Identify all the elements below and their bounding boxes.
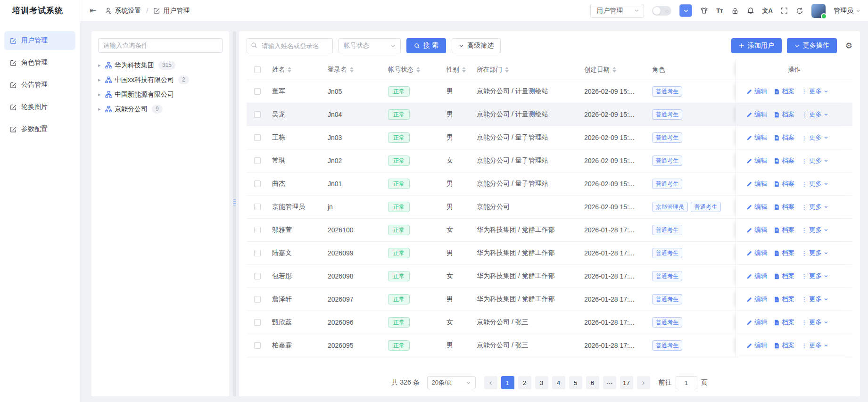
- edit-button[interactable]: 编辑: [746, 226, 767, 234]
- page-button[interactable]: 4: [552, 376, 565, 389]
- column-header[interactable]: 创建日期: [580, 66, 648, 74]
- archive-button[interactable]: 档案: [774, 110, 794, 119]
- sidebar-item[interactable]: 角色管理: [4, 53, 75, 72]
- row-checkbox[interactable]: [254, 157, 261, 164]
- archive-button[interactable]: 档案: [774, 249, 794, 257]
- collapse-sidebar-icon[interactable]: ⇤: [90, 6, 96, 16]
- org-tree-node[interactable]: ▸ 中国新能源有限公司: [98, 87, 223, 102]
- more-button[interactable]: ⋮ 更多: [801, 226, 828, 234]
- select-all-checkbox[interactable]: [254, 66, 261, 73]
- archive-button[interactable]: 档案: [774, 272, 794, 280]
- expand-caret-icon[interactable]: ▸: [98, 77, 105, 83]
- column-header[interactable]: 帐号状态: [384, 66, 443, 74]
- row-checkbox[interactable]: [254, 204, 261, 210]
- more-button[interactable]: ⋮ 更多: [801, 318, 828, 327]
- archive-button[interactable]: 档案: [774, 133, 794, 142]
- column-header[interactable]: 登录名: [324, 66, 384, 74]
- user-search-input[interactable]: [247, 38, 333, 53]
- sort-icon[interactable]: [350, 67, 354, 73]
- archive-button[interactable]: 档案: [774, 226, 794, 234]
- edit-button[interactable]: 编辑: [746, 295, 767, 304]
- archive-button[interactable]: 档案: [774, 87, 794, 96]
- sort-icon[interactable]: [462, 67, 466, 73]
- edit-button[interactable]: 编辑: [746, 203, 767, 211]
- row-checkbox[interactable]: [254, 111, 261, 118]
- dark-mode-toggle[interactable]: ☼: [652, 6, 671, 16]
- edit-button[interactable]: 编辑: [746, 341, 767, 350]
- avatar[interactable]: [811, 4, 826, 18]
- more-button[interactable]: ⋮ 更多: [801, 295, 828, 304]
- page-button[interactable]: 17: [620, 376, 633, 389]
- archive-button[interactable]: 档案: [774, 295, 794, 304]
- org-tree-node[interactable]: ▸ 中国xx科技有限公司 2: [98, 73, 223, 87]
- archive-button[interactable]: 档案: [774, 180, 794, 188]
- archive-button[interactable]: 档案: [774, 318, 794, 327]
- edit-button[interactable]: 编辑: [746, 87, 767, 96]
- more-button[interactable]: ⋮ 更多: [801, 156, 828, 165]
- theme-skin-icon[interactable]: [700, 7, 708, 15]
- sort-icon[interactable]: [288, 67, 291, 73]
- org-tree-node[interactable]: ▸ 华为科技集团 315: [98, 58, 223, 73]
- theme-color-button[interactable]: [679, 4, 692, 17]
- edit-button[interactable]: 编辑: [746, 110, 767, 119]
- more-operations-button[interactable]: 更多操作: [787, 38, 837, 53]
- sidebar-item[interactable]: 公告管理: [4, 75, 75, 94]
- more-button[interactable]: ⋮ 更多: [801, 180, 828, 188]
- row-checkbox[interactable]: [254, 319, 261, 326]
- page-button[interactable]: 2: [518, 376, 531, 389]
- edit-button[interactable]: 编辑: [746, 272, 767, 280]
- more-button[interactable]: ⋮ 更多: [801, 341, 828, 350]
- edit-button[interactable]: 编辑: [746, 156, 767, 165]
- org-tree-node[interactable]: ▸ 京能分公司 9: [98, 102, 223, 116]
- translate-icon[interactable]: 文A: [762, 7, 773, 15]
- archive-button[interactable]: 档案: [774, 341, 794, 350]
- account-status-select[interactable]: 帐号状态: [339, 38, 401, 53]
- more-button[interactable]: ⋮ 更多: [801, 249, 828, 257]
- bell-icon[interactable]: [747, 7, 754, 15]
- refresh-icon[interactable]: [796, 7, 803, 15]
- page-button[interactable]: 1: [501, 376, 514, 389]
- tree-search-input[interactable]: [98, 38, 223, 53]
- more-button[interactable]: ⋮ 更多: [801, 272, 828, 280]
- more-button[interactable]: ⋮ 更多: [801, 203, 828, 211]
- prev-page-button[interactable]: ‹: [484, 376, 497, 389]
- column-header[interactable]: 姓名: [268, 66, 324, 74]
- breadcrumb-item-current[interactable]: 用户管理: [163, 7, 190, 15]
- more-button[interactable]: ⋮ 更多: [801, 87, 828, 96]
- edit-button[interactable]: 编辑: [746, 180, 767, 188]
- add-user-button[interactable]: 添加用户: [731, 38, 782, 53]
- archive-button[interactable]: 档案: [774, 156, 794, 165]
- user-menu[interactable]: 管理员: [834, 7, 860, 15]
- sort-icon[interactable]: [612, 67, 616, 73]
- sort-icon[interactable]: [416, 67, 420, 73]
- archive-button[interactable]: 档案: [774, 203, 794, 211]
- workspace-select[interactable]: 用户管理: [590, 4, 644, 18]
- sidebar-item[interactable]: 参数配置: [4, 120, 75, 139]
- page-button[interactable]: 3: [535, 376, 548, 389]
- row-checkbox[interactable]: [254, 296, 261, 303]
- font-size-icon[interactable]: Tᴛ: [716, 7, 723, 14]
- goto-page-input[interactable]: [676, 376, 697, 389]
- more-button[interactable]: ⋮ 更多: [801, 133, 828, 142]
- expand-caret-icon[interactable]: ▸: [98, 91, 105, 98]
- edit-button[interactable]: 编辑: [746, 249, 767, 257]
- page-ellipsis[interactable]: ···: [603, 376, 616, 389]
- column-header[interactable]: 性别: [443, 66, 473, 74]
- sort-icon[interactable]: [505, 67, 509, 73]
- row-checkbox[interactable]: [254, 134, 261, 141]
- column-header[interactable]: 所在部门: [473, 66, 580, 74]
- sidebar-item[interactable]: 用户管理: [4, 31, 75, 50]
- row-checkbox[interactable]: [254, 227, 261, 233]
- fullscreen-icon[interactable]: [781, 7, 788, 14]
- page-size-select[interactable]: 20条/页: [427, 376, 476, 389]
- sidebar-item[interactable]: 轮换图片: [4, 98, 75, 116]
- advanced-filter-button[interactable]: 高级筛选: [452, 38, 501, 53]
- expand-caret-icon[interactable]: ▸: [98, 62, 105, 68]
- row-checkbox[interactable]: [254, 342, 261, 349]
- page-button[interactable]: 5: [569, 376, 582, 389]
- next-page-button[interactable]: ›: [637, 376, 650, 389]
- page-button[interactable]: 6: [586, 376, 599, 389]
- edit-button[interactable]: 编辑: [746, 133, 767, 142]
- row-checkbox[interactable]: [254, 88, 261, 95]
- search-button[interactable]: 搜 索: [406, 38, 446, 53]
